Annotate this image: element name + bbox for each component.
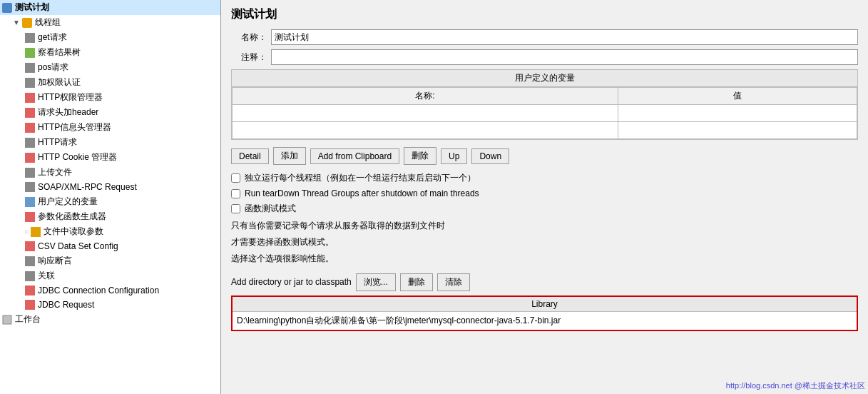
delete-button[interactable]: 删除 (404, 147, 436, 165)
watermark: http://blog.csdn.net @稀土掘金技术社区 (726, 380, 865, 391)
check2-label: Run tearDown Thread Groups after shutdow… (245, 188, 479, 198)
relate-icon (24, 271, 36, 282)
jdbc-req-icon (24, 299, 36, 310)
main-panel: 测试计划 名称： 注释： 用户定义的变量 名称: 值 (221, 0, 868, 394)
sidebar-item-get[interactable]: get请求 (0, 30, 220, 45)
upload-icon (24, 167, 36, 178)
auth-icon (24, 77, 36, 89)
table-row (233, 105, 857, 122)
sidebar-item-jdbc-config[interactable]: JDBC Connection Configuration (0, 283, 220, 298)
threads-icon (21, 17, 33, 29)
sidebar-item-jdbc-req[interactable]: JDBC Request (0, 298, 220, 312)
lib-title: Library (233, 297, 857, 312)
jdbc-config-icon (24, 285, 36, 296)
sidebar-item-view-tree[interactable]: 察看结果树 (0, 45, 220, 60)
check1-row: 独立运行每个线程组（例如在一个组运行结束后启动下一个） (231, 172, 858, 184)
name-input[interactable] (271, 29, 858, 45)
soap-icon (24, 181, 36, 193)
user-var-icon (24, 196, 36, 208)
request2-icon (24, 62, 36, 74)
page-title: 测试计划 (231, 7, 858, 22)
svg-rect-0 (3, 315, 11, 324)
var-section: 用户定义的变量 名称: 值 (231, 69, 858, 140)
request-icon (24, 32, 36, 44)
resp-icon (24, 256, 36, 267)
classpath-label: Add directory or jar to classpath (231, 277, 352, 287)
req-header-icon (24, 107, 36, 118)
file-expand-icon: ○ (24, 228, 29, 236)
expand-icon: ▼ (13, 19, 20, 26)
sidebar-item-pos[interactable]: pos请求 (0, 60, 220, 75)
check1-label: 独立运行每个线程组（例如在一个组运行结束后启动下一个） (245, 172, 476, 184)
param-gen-icon (24, 211, 36, 223)
sidebar-item-upload[interactable]: 上传文件 (0, 165, 220, 180)
remove-button[interactable]: 删除 (400, 273, 433, 291)
var-value-cell2 (618, 122, 857, 139)
http-cookie-icon (24, 152, 36, 163)
http-auth-icon (24, 92, 36, 103)
library-section: Library D:\learning\python自动化课前准备\第一阶段\j… (231, 296, 858, 331)
sidebar-item-plan[interactable]: 测试计划 (0, 0, 220, 15)
comment-row: 注释： (231, 49, 858, 65)
sidebar-item-auth[interactable]: 加权限认证 (0, 75, 220, 90)
desc3: 选择这个选项很影响性能。 (231, 252, 858, 266)
sidebar-item-resp[interactable]: 响应断言 (0, 253, 220, 268)
file-param-icon (30, 226, 41, 238)
sidebar: 测试计划 ▼ 线程组 get请求 察看结果树 pos请求 加权限认证 HTTP权… (0, 0, 221, 394)
sidebar-item-threads[interactable]: ▼ 线程组 (0, 15, 220, 30)
sidebar-item-relate[interactable]: 关联 (0, 268, 220, 283)
csv-icon (24, 241, 36, 252)
comment-input[interactable] (271, 49, 858, 65)
sidebar-item-csv[interactable]: CSV Data Set Config (0, 239, 220, 253)
tree-icon (24, 47, 36, 59)
sidebar-item-soap[interactable]: SOAP/XML-RPC Request (0, 180, 220, 194)
var-section-title: 用户定义的变量 (232, 70, 857, 87)
sidebar-item-http-req[interactable]: HTTP请求 (0, 135, 220, 150)
sidebar-item-file-param[interactable]: ○ 文件中读取参数 (0, 224, 220, 239)
check2-row: Run tearDown Thread Groups after shutdow… (231, 188, 858, 198)
var-name-cell2 (233, 122, 618, 139)
desc2: 才需要选择函数测试模式。 (231, 236, 858, 249)
http-req-icon (24, 137, 36, 148)
var-value-cell[interactable] (618, 105, 857, 122)
var-table: 名称: 值 (232, 87, 857, 139)
check3-label: 函数测试模式 (245, 203, 296, 215)
check3-row: 函数测试模式 (231, 203, 858, 215)
sidebar-item-workbench[interactable]: 工作台 (0, 312, 220, 327)
sidebar-item-user-var[interactable]: 用户定义的变量 (0, 194, 220, 209)
lib-path-row[interactable]: D:\learning\python自动化课前准备\第一阶段\jmeter\my… (233, 312, 857, 330)
var-col-name: 名称: (233, 88, 618, 105)
var-name-cell[interactable] (233, 105, 618, 122)
up-button[interactable]: Up (441, 148, 467, 164)
add-button[interactable]: 添加 (273, 147, 306, 165)
sidebar-item-http-cookie[interactable]: HTTP Cookie 管理器 (0, 150, 220, 165)
comment-label: 注释： (231, 51, 267, 64)
name-row: 名称： (231, 29, 858, 45)
name-label: 名称： (231, 31, 267, 44)
action-buttons: Detail 添加 Add from Clipboard 删除 Up Down (231, 147, 858, 165)
sidebar-item-param-gen[interactable]: 参数化函数生成器 (0, 209, 220, 224)
browse-button[interactable]: 浏览... (356, 273, 396, 291)
add-clipboard-button[interactable]: Add from Clipboard (310, 148, 399, 164)
sidebar-item-req-header[interactable]: 请求头加header (0, 105, 220, 120)
down-button[interactable]: Down (471, 148, 509, 164)
var-col-value: 值 (618, 88, 857, 105)
classpath-row: Add directory or jar to classpath 浏览... … (231, 273, 858, 291)
sidebar-item-http-auth[interactable]: HTTP权限管理器 (0, 90, 220, 105)
workbench-icon (1, 314, 13, 325)
table-row (233, 122, 857, 139)
plan-icon (1, 2, 13, 14)
check2-checkbox[interactable] (231, 189, 240, 198)
desc1: 只有当你需要记录每个请求从服务器取得的数据到文件时 (231, 219, 858, 233)
sidebar-item-http-info[interactable]: HTTP信息头管理器 (0, 120, 220, 135)
check1-checkbox[interactable] (231, 173, 240, 183)
check3-checkbox[interactable] (231, 204, 240, 213)
clear-button[interactable]: 清除 (437, 273, 470, 291)
http-info-icon (24, 122, 36, 133)
detail-button[interactable]: Detail (231, 148, 269, 164)
